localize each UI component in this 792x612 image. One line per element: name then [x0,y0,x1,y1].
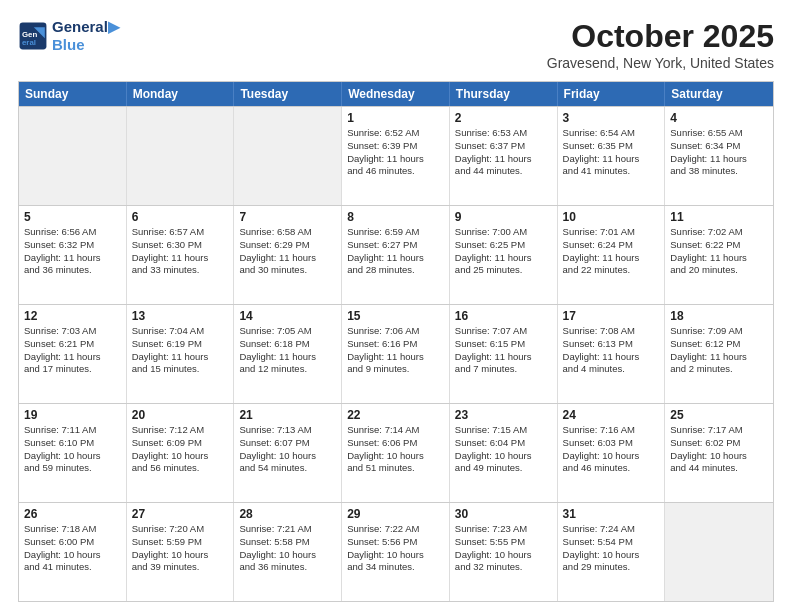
calendar-cell: 16Sunrise: 7:07 AM Sunset: 6:15 PM Dayli… [450,305,558,403]
day-info: Sunrise: 7:08 AM Sunset: 6:13 PM Dayligh… [563,325,660,376]
calendar-header-cell: Tuesday [234,82,342,106]
day-info: Sunrise: 7:24 AM Sunset: 5:54 PM Dayligh… [563,523,660,574]
calendar-header-cell: Saturday [665,82,773,106]
day-info: Sunrise: 7:00 AM Sunset: 6:25 PM Dayligh… [455,226,552,277]
calendar-cell: 24Sunrise: 7:16 AM Sunset: 6:03 PM Dayli… [558,404,666,502]
calendar-cell: 8Sunrise: 6:59 AM Sunset: 6:27 PM Daylig… [342,206,450,304]
calendar-body: 1Sunrise: 6:52 AM Sunset: 6:39 PM Daylig… [19,106,773,601]
day-info: Sunrise: 7:09 AM Sunset: 6:12 PM Dayligh… [670,325,768,376]
calendar-header-cell: Monday [127,82,235,106]
calendar-cell: 15Sunrise: 7:06 AM Sunset: 6:16 PM Dayli… [342,305,450,403]
day-info: Sunrise: 7:15 AM Sunset: 6:04 PM Dayligh… [455,424,552,475]
day-info: Sunrise: 6:53 AM Sunset: 6:37 PM Dayligh… [455,127,552,178]
calendar-week: 12Sunrise: 7:03 AM Sunset: 6:21 PM Dayli… [19,304,773,403]
day-number: 1 [347,111,444,125]
day-info: Sunrise: 6:54 AM Sunset: 6:35 PM Dayligh… [563,127,660,178]
calendar-week: 19Sunrise: 7:11 AM Sunset: 6:10 PM Dayli… [19,403,773,502]
calendar-cell: 25Sunrise: 7:17 AM Sunset: 6:02 PM Dayli… [665,404,773,502]
day-number: 13 [132,309,229,323]
day-info: Sunrise: 7:23 AM Sunset: 5:55 PM Dayligh… [455,523,552,574]
day-info: Sunrise: 7:04 AM Sunset: 6:19 PM Dayligh… [132,325,229,376]
day-info: Sunrise: 7:03 AM Sunset: 6:21 PM Dayligh… [24,325,121,376]
calendar-cell [127,107,235,205]
calendar-cell: 7Sunrise: 6:58 AM Sunset: 6:29 PM Daylig… [234,206,342,304]
day-number: 12 [24,309,121,323]
day-number: 23 [455,408,552,422]
calendar-cell: 17Sunrise: 7:08 AM Sunset: 6:13 PM Dayli… [558,305,666,403]
day-number: 25 [670,408,768,422]
day-number: 4 [670,111,768,125]
calendar-cell: 9Sunrise: 7:00 AM Sunset: 6:25 PM Daylig… [450,206,558,304]
day-number: 30 [455,507,552,521]
day-number: 29 [347,507,444,521]
day-info: Sunrise: 7:05 AM Sunset: 6:18 PM Dayligh… [239,325,336,376]
day-number: 28 [239,507,336,521]
calendar-cell: 26Sunrise: 7:18 AM Sunset: 6:00 PM Dayli… [19,503,127,601]
day-number: 6 [132,210,229,224]
calendar-header: SundayMondayTuesdayWednesdayThursdayFrid… [19,82,773,106]
calendar-header-cell: Thursday [450,82,558,106]
day-number: 14 [239,309,336,323]
day-number: 16 [455,309,552,323]
day-info: Sunrise: 6:57 AM Sunset: 6:30 PM Dayligh… [132,226,229,277]
day-number: 20 [132,408,229,422]
main-title: October 2025 [547,18,774,55]
day-info: Sunrise: 6:55 AM Sunset: 6:34 PM Dayligh… [670,127,768,178]
logo: Gen eral General▶ Blue [18,18,120,54]
day-number: 3 [563,111,660,125]
calendar-cell: 11Sunrise: 7:02 AM Sunset: 6:22 PM Dayli… [665,206,773,304]
day-info: Sunrise: 6:59 AM Sunset: 6:27 PM Dayligh… [347,226,444,277]
calendar-cell: 30Sunrise: 7:23 AM Sunset: 5:55 PM Dayli… [450,503,558,601]
day-number: 18 [670,309,768,323]
calendar-cell: 1Sunrise: 6:52 AM Sunset: 6:39 PM Daylig… [342,107,450,205]
day-info: Sunrise: 7:12 AM Sunset: 6:09 PM Dayligh… [132,424,229,475]
day-number: 2 [455,111,552,125]
calendar-cell: 12Sunrise: 7:03 AM Sunset: 6:21 PM Dayli… [19,305,127,403]
calendar-cell: 6Sunrise: 6:57 AM Sunset: 6:30 PM Daylig… [127,206,235,304]
day-info: Sunrise: 7:02 AM Sunset: 6:22 PM Dayligh… [670,226,768,277]
calendar-cell [19,107,127,205]
calendar-cell: 14Sunrise: 7:05 AM Sunset: 6:18 PM Dayli… [234,305,342,403]
calendar-cell: 21Sunrise: 7:13 AM Sunset: 6:07 PM Dayli… [234,404,342,502]
day-number: 8 [347,210,444,224]
calendar-week: 5Sunrise: 6:56 AM Sunset: 6:32 PM Daylig… [19,205,773,304]
day-number: 19 [24,408,121,422]
day-number: 22 [347,408,444,422]
calendar-cell: 19Sunrise: 7:11 AM Sunset: 6:10 PM Dayli… [19,404,127,502]
day-info: Sunrise: 7:13 AM Sunset: 6:07 PM Dayligh… [239,424,336,475]
logo-text: General▶ Blue [52,18,120,54]
day-number: 31 [563,507,660,521]
page: Gen eral General▶ Blue October 2025 Grav… [0,0,792,612]
day-number: 27 [132,507,229,521]
calendar-header-cell: Friday [558,82,666,106]
day-number: 26 [24,507,121,521]
subtitle: Gravesend, New York, United States [547,55,774,71]
calendar-cell: 20Sunrise: 7:12 AM Sunset: 6:09 PM Dayli… [127,404,235,502]
calendar-cell: 5Sunrise: 6:56 AM Sunset: 6:32 PM Daylig… [19,206,127,304]
day-info: Sunrise: 6:58 AM Sunset: 6:29 PM Dayligh… [239,226,336,277]
calendar-cell: 10Sunrise: 7:01 AM Sunset: 6:24 PM Dayli… [558,206,666,304]
day-info: Sunrise: 6:52 AM Sunset: 6:39 PM Dayligh… [347,127,444,178]
day-number: 5 [24,210,121,224]
day-info: Sunrise: 7:20 AM Sunset: 5:59 PM Dayligh… [132,523,229,574]
day-info: Sunrise: 7:16 AM Sunset: 6:03 PM Dayligh… [563,424,660,475]
calendar-week: 26Sunrise: 7:18 AM Sunset: 6:00 PM Dayli… [19,502,773,601]
day-info: Sunrise: 7:17 AM Sunset: 6:02 PM Dayligh… [670,424,768,475]
header: Gen eral General▶ Blue October 2025 Grav… [18,18,774,71]
day-info: Sunrise: 7:21 AM Sunset: 5:58 PM Dayligh… [239,523,336,574]
calendar-cell: 23Sunrise: 7:15 AM Sunset: 6:04 PM Dayli… [450,404,558,502]
calendar-cell [665,503,773,601]
calendar-week: 1Sunrise: 6:52 AM Sunset: 6:39 PM Daylig… [19,106,773,205]
logo-icon: Gen eral [18,21,48,51]
calendar-cell: 13Sunrise: 7:04 AM Sunset: 6:19 PM Dayli… [127,305,235,403]
day-info: Sunrise: 7:07 AM Sunset: 6:15 PM Dayligh… [455,325,552,376]
day-number: 10 [563,210,660,224]
day-info: Sunrise: 7:01 AM Sunset: 6:24 PM Dayligh… [563,226,660,277]
day-info: Sunrise: 6:56 AM Sunset: 6:32 PM Dayligh… [24,226,121,277]
calendar-cell: 2Sunrise: 6:53 AM Sunset: 6:37 PM Daylig… [450,107,558,205]
calendar: SundayMondayTuesdayWednesdayThursdayFrid… [18,81,774,602]
calendar-cell: 29Sunrise: 7:22 AM Sunset: 5:56 PM Dayli… [342,503,450,601]
day-number: 7 [239,210,336,224]
calendar-cell: 4Sunrise: 6:55 AM Sunset: 6:34 PM Daylig… [665,107,773,205]
calendar-cell: 3Sunrise: 6:54 AM Sunset: 6:35 PM Daylig… [558,107,666,205]
